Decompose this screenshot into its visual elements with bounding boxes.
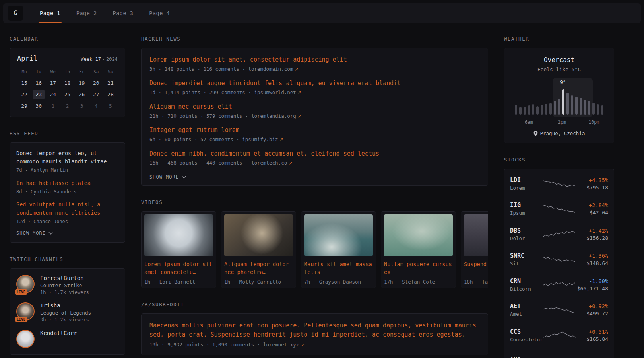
weather-hour-bar (562, 89, 564, 115)
rss-item[interactable]: In hac habitasse platea 8d · Cynthia Sau… (16, 179, 118, 195)
stock-change: +1.36% (576, 253, 608, 259)
stock-ticker: SNRC (510, 252, 542, 259)
stocks-list: LDI Lorem +4.35% $795.18 IIG Ipsum +2.84… (504, 169, 614, 358)
video-card[interactable]: Nullam posuere cursus ex 17h · Stefan Co… (381, 211, 456, 288)
hackernews-item[interactable]: Donec imperdiet augue tincidunt felis al… (149, 79, 480, 95)
stock-row[interactable]: CRN Bitcorn -1.00% $66,171.48 (510, 272, 608, 298)
calendar-day: 29 (18, 101, 30, 111)
hackernews-item-meta: 6h · 60 points · 57 comments · ipsumify.… (149, 136, 480, 142)
app-logo[interactable]: G (8, 6, 23, 21)
subreddit-widget: /R/SUBREDDIT Maecenas mollis pulvinar er… (141, 302, 488, 355)
subreddit-post-meta: 19h · 9,932 points · 1,090 comments · lo… (149, 342, 480, 348)
rss-item-title: In hac habitasse platea (16, 179, 118, 187)
stock-sparkline (542, 203, 576, 215)
calendar-day: 2 (61, 101, 73, 111)
stock-ticker: LDI (510, 177, 542, 184)
twitch-channel[interactable]: LIVE ForrestBurton Counter-Strike 1h · 1… (16, 275, 118, 295)
video-meta: 1h · Molly Carrillo (224, 279, 293, 285)
hackernews-item-stats: 21h · 710 points · 579 comments · (149, 113, 251, 119)
weather-hour-bar (584, 100, 586, 115)
stock-row[interactable]: CCS Consectetur +0.51% $165.84 (510, 323, 608, 348)
twitch-channel[interactable]: LIVE Trisha League of Legends 3h · 1.2k … (16, 302, 118, 323)
video-meta: 1h · Lori Barnett (144, 279, 213, 285)
weather-hour-bar (588, 101, 590, 115)
stock-row[interactable]: AET Amet +0.92% $499.72 (510, 298, 608, 323)
stock-row[interactable]: DBS Dolor +1.42% $156.28 (510, 222, 608, 247)
top-bar: G Page 1Page 2Page 3Page 4 (3, 3, 641, 23)
hackernews-item[interactable]: Lorem ipsum dolor sit amet, consectetur … (149, 55, 480, 72)
calendar-weekday-header: Sa (89, 66, 103, 77)
hackernews-item-link[interactable]: ipsumify.biz (242, 136, 278, 142)
weather-condition: Overcast (510, 56, 608, 64)
video-meta: 7h · Grayson Dawson (304, 279, 373, 285)
hackernews-show-more-button[interactable]: SHOW MORE (149, 174, 186, 180)
stock-name: Amet (510, 311, 542, 317)
twitch-channel[interactable]: KendallCarr (16, 330, 118, 348)
video-card[interactable]: Suspendisse diam 18h · Tara (461, 211, 488, 288)
right-column: WEATHER Overcast Feels like 5°C 9° 6am2p… (504, 36, 614, 358)
hackernews-item-link[interactable]: loremlandia.org (251, 113, 296, 119)
page-tab[interactable]: Page 1 (32, 3, 68, 23)
weather-hour-bar (597, 104, 599, 115)
location-pin-icon (533, 131, 538, 136)
calendar-weekday-header: We (46, 66, 60, 77)
avatar-image (16, 330, 35, 348)
video-meta: 17h · Stefan Cole (384, 279, 453, 285)
weather-hour-bar (541, 105, 543, 115)
calendar-week-year: Week 17·2024 (81, 56, 118, 62)
stock-row[interactable]: SNRC Sit +1.36% $148.64 (510, 247, 608, 272)
stock-row[interactable]: IIG Ipsum +2.84% $42.04 (510, 197, 608, 222)
hackernews-item-stats: 16h · 468 points · 440 comments · (149, 160, 251, 166)
stock-row[interactable]: AHS +0.46% (510, 348, 608, 358)
rss-show-more-button[interactable]: SHOW MORE (16, 230, 53, 236)
rss-item[interactable]: Donec tempor eros leo, ut commodo mauris… (16, 149, 118, 173)
section-title-twitch: TWITCH CHANNELS (10, 256, 125, 262)
external-link-icon: ↗ (289, 160, 293, 166)
stock-price: $66,171.48 (576, 286, 608, 292)
calendar-month: April (17, 54, 37, 62)
video-thumbnail (384, 214, 453, 256)
hackernews-item[interactable]: Aliquam nec cursus elit 21h · 710 points… (149, 102, 480, 119)
twitch-channel-name: KendallCarr (40, 330, 77, 336)
stock-sparkline (543, 329, 576, 341)
calendar-day: 18 (61, 78, 73, 88)
calendar-day: 19 (76, 78, 88, 88)
page-tabs: Page 1Page 2Page 3Page 4 (32, 3, 178, 23)
twitch-channel-meta: 1h · 1.7k viewers (40, 290, 89, 295)
hackernews-item[interactable]: Donec enim nibh, condimentum et accumsan… (149, 149, 480, 166)
page-tab[interactable]: Page 2 (68, 3, 105, 23)
video-card[interactable]: Mauris sit amet massa felis 7h · Grayson… (301, 211, 376, 288)
page-tab[interactable]: Page 4 (141, 3, 178, 23)
weather-hour-bar (519, 107, 522, 115)
stock-row[interactable]: LDI Lorem +4.35% $795.18 (510, 171, 608, 197)
stock-sparkline (542, 279, 576, 291)
page-tab[interactable]: Page 3 (105, 3, 142, 23)
subreddit-post[interactable]: Maecenas mollis pulvinar erat non posuer… (149, 321, 480, 348)
rss-item[interactable]: Sed volutpat nulla nisl, a condimentum n… (16, 200, 118, 224)
weather-hour-bar (592, 103, 595, 115)
weather-hour-bar (528, 105, 530, 115)
video-thumbnail (304, 214, 373, 256)
hackernews-item[interactable]: Integer eget rutrum lorem 6h · 60 points… (149, 126, 480, 142)
calendar-weekday-header: Fr (75, 66, 89, 77)
stock-sparkline (542, 354, 576, 358)
hackernews-item-link[interactable]: loremdomain.com (248, 66, 293, 72)
rss-item-title: Sed volutpat nulla nisl, a condimentum n… (16, 200, 118, 217)
subreddit-post-link[interactable]: loremnet.xyz (263, 342, 299, 348)
stock-price: $156.28 (576, 235, 608, 241)
calendar-day: 15 (18, 78, 30, 88)
hackernews-item-link[interactable]: loremtech.co (251, 160, 287, 166)
hackernews-item-link[interactable]: ipsumworld.net (254, 90, 296, 95)
stock-price: $499.72 (576, 311, 608, 317)
section-title-subreddit: /R/SUBREDDIT (141, 302, 488, 307)
calendar-day: 3 (76, 101, 88, 111)
weather-hour-bar (545, 104, 547, 115)
hackernews-widget: HACKER NEWS Lorem ipsum dolor sit amet, … (141, 36, 488, 186)
stock-sparkline (542, 253, 576, 265)
stock-change: +0.92% (576, 303, 608, 309)
weather-hour-bar (580, 98, 582, 115)
video-card[interactable]: Lorem ipsum dolor sit amet consectetu… 1… (141, 211, 216, 288)
weather-bars (513, 89, 605, 115)
stock-change: +0.51% (576, 329, 608, 335)
video-card[interactable]: Aliquam tempor dolor nec pharetra… 1h · … (221, 211, 296, 288)
